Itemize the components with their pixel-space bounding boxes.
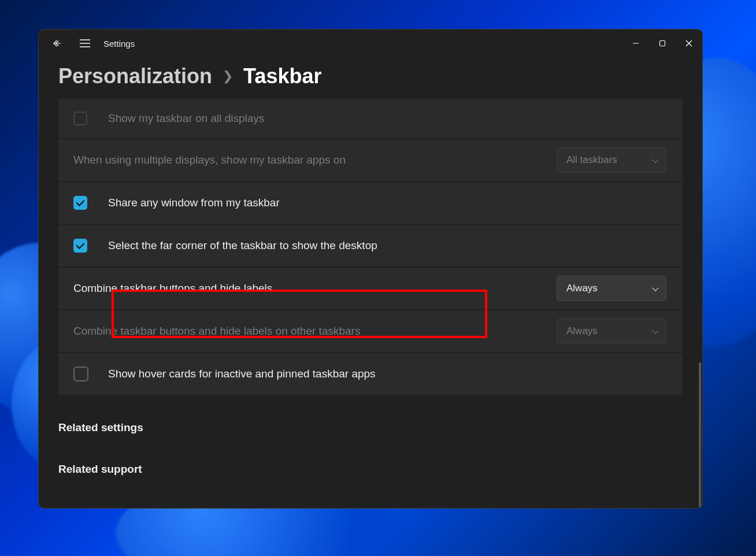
dropdown-value: All taskbars [566, 154, 617, 166]
breadcrumb-parent[interactable]: Personalization [58, 64, 212, 88]
label-show-all-displays: Show my taskbar on all displays [108, 112, 264, 125]
row-show-all-displays[interactable]: Show my taskbar on all displays [58, 99, 683, 138]
label-hover-cards: Show hover cards for inactive and pinned… [108, 368, 376, 380]
row-combine-main: Combine taskbar buttons and hide labels … [58, 266, 683, 309]
checkbox-hover-cards[interactable] [73, 366, 88, 381]
checkbox-share-window[interactable] [73, 196, 87, 210]
caption-buttons [622, 29, 702, 57]
dropdown-combine-main[interactable]: Always [557, 276, 666, 301]
chevron-down-icon [652, 157, 658, 163]
minimize-button[interactable] [622, 29, 649, 57]
label-far-corner: Select the far corner of the taskbar to … [108, 239, 377, 252]
hamburger-button[interactable] [71, 29, 99, 57]
app-title: Settings [103, 39, 135, 49]
label-combine-main: Combine taskbar buttons and hide labels [73, 282, 272, 295]
dropdown-value: Always [566, 325, 598, 337]
checkbox-far-corner[interactable] [73, 239, 87, 253]
row-share-window[interactable]: Share any window from my taskbar [58, 181, 683, 224]
dropdown-combine-other[interactable]: Always [557, 318, 666, 344]
related-settings-heading: Related settings [58, 421, 683, 434]
label-share-window: Share any window from my taskbar [108, 197, 280, 209]
content-area: Show my taskbar on all displays When usi… [39, 99, 702, 476]
dropdown-multi-display-apps[interactable]: All taskbars [557, 147, 666, 173]
hamburger-icon [80, 39, 90, 47]
maximize-button[interactable] [649, 29, 676, 57]
label-combine-other: Combine taskbar buttons and hide labels … [73, 325, 360, 338]
dropdown-value: Always [566, 283, 598, 294]
chevron-down-icon [652, 285, 658, 291]
close-icon [685, 40, 692, 47]
scrollbar-thumb[interactable] [699, 362, 701, 509]
breadcrumb-current: Taskbar [243, 64, 321, 88]
row-combine-other: Combine taskbar buttons and hide labels … [58, 309, 683, 352]
back-button[interactable] [43, 29, 71, 57]
row-far-corner[interactable]: Select the far corner of the taskbar to … [58, 224, 683, 266]
close-button[interactable] [676, 29, 702, 57]
svg-rect-5 [660, 41, 665, 46]
back-arrow-icon [52, 38, 62, 49]
settings-window: Settings Personalization ❯ Taskbar Show … [38, 29, 703, 509]
row-multi-display-apps: When using multiple displays, show my ta… [58, 138, 683, 181]
maximize-icon [659, 40, 666, 47]
chevron-down-icon [652, 328, 658, 334]
label-multi-display-apps: When using multiple displays, show my ta… [73, 154, 346, 166]
titlebar: Settings [39, 29, 702, 57]
checkbox-show-all-displays[interactable] [73, 112, 87, 125]
row-hover-cards[interactable]: Show hover cards for inactive and pinned… [58, 352, 683, 395]
settings-panel: Show my taskbar on all displays When usi… [58, 99, 683, 395]
related-support-heading: Related support [58, 463, 683, 476]
breadcrumb: Personalization ❯ Taskbar [39, 57, 702, 99]
minimize-icon [632, 40, 639, 47]
chevron-right-icon: ❯ [223, 69, 233, 84]
